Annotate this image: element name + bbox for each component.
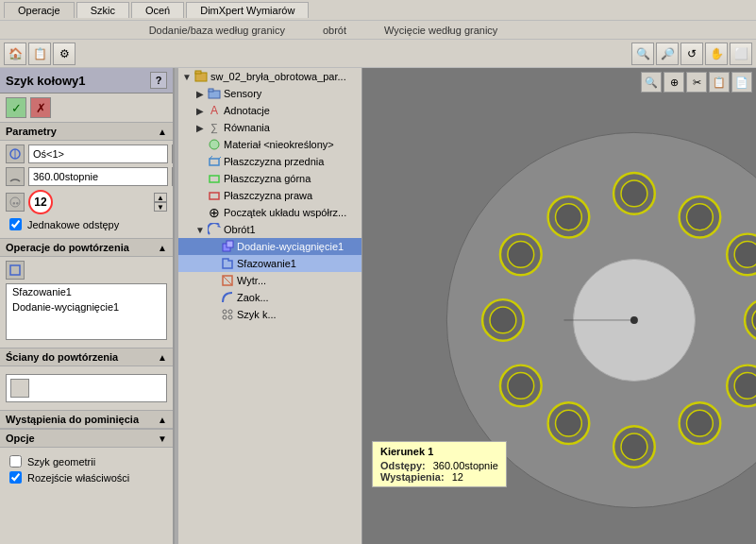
tree-sensory-icon	[207, 86, 222, 101]
tree-item-dodanie[interactable]: Dodanie-wyciągnięcie1	[178, 238, 361, 255]
tab-ocen[interactable]: Oceń	[131, 2, 184, 18]
tb-btn-pan[interactable]: ✋	[705, 42, 728, 65]
tb-btn-5[interactable]: ⬜	[730, 42, 752, 65]
option-rozejscie-checkbox[interactable]	[9, 471, 22, 484]
tb-btn-rotate[interactable]: ↺	[680, 42, 703, 65]
axis-icon	[6, 144, 25, 163]
angle-icon	[6, 167, 25, 186]
ops-icon-row	[6, 261, 167, 280]
svg-point-51	[490, 307, 516, 333]
tree-root-expand[interactable]: ▼	[180, 72, 193, 82]
section-operations[interactable]: Operacje do powtórzenia ▲	[0, 238, 173, 257]
tree-item-szyk[interactable]: Szyk k...	[178, 306, 361, 323]
tree-obrot-expand[interactable]: ▼	[193, 225, 207, 235]
option-szyk-label: Szyk geometrii	[27, 456, 95, 468]
svg-point-37	[734, 242, 756, 268]
panel-header: Szyk kołowy1 ?	[0, 68, 173, 94]
tree-item-material[interactable]: Materiał <nieokreślony>	[178, 136, 361, 153]
tree-item-wytr[interactable]: Wytr...	[178, 272, 361, 289]
tree-pr-label: Płaszczyzna prawa	[224, 190, 312, 201]
count-spin-up[interactable]: ▲	[154, 193, 167, 202]
tooltip-label-1: Wystąpienia:	[380, 471, 445, 483]
svg-rect-10	[210, 159, 219, 165]
section-appearances[interactable]: Wystąpienia do pominięcia ▲	[0, 410, 173, 429]
action-row: ✓ ✗	[0, 94, 173, 122]
tooltip-value-0: 360.00stopnie	[433, 460, 498, 471]
section-faces-label: Ściany do powtórzenia	[6, 351, 118, 363]
tree-pp-icon	[207, 154, 222, 169]
ops-item-dodanie[interactable]: Dodanie-wyciągnięcie1	[7, 299, 166, 314]
svg-rect-13	[210, 176, 219, 182]
tb-btn-zoom[interactable]: 🔍	[631, 42, 654, 65]
tree-material-icon	[207, 137, 222, 152]
tree-obrot-label: Obrót1	[224, 224, 256, 235]
svg-line-20	[223, 276, 232, 285]
tab-dimxpert[interactable]: DimXpert Wymiarów	[186, 2, 309, 18]
tree-item-sfazowanie[interactable]: Sfazowanie1	[178, 255, 361, 272]
tree-adnotacje-expand[interactable]: ▶	[193, 106, 207, 116]
section-operations-label: Operacje do powtórzenia	[6, 242, 129, 253]
tab-szkic[interactable]: Szkic	[76, 2, 129, 18]
angle-input[interactable]	[28, 167, 168, 186]
tree-rownania-label: Równania	[224, 122, 270, 133]
tree-pp-label: Płaszczyzna przednia	[224, 156, 324, 167]
panel-controls: ?	[150, 72, 167, 89]
option-rozejscie-label: Rozejście właściwości	[27, 472, 129, 484]
tree-item-plaszcz-prawa[interactable]: Płaszczyzna prawa	[178, 187, 361, 204]
svg-point-41	[734, 373, 756, 400]
count-row: ●● 12 ▲ ▼	[6, 190, 167, 214]
tree-item-plaszcz-przednia[interactable]: Płaszczyzna przednia	[178, 153, 361, 170]
axis-input[interactable]	[28, 144, 168, 163]
tab-operacje[interactable]: Operacje	[4, 2, 75, 18]
faces-icon	[10, 379, 29, 398]
tree-item-obrot1[interactable]: ▼ Obrót1	[178, 221, 361, 238]
section-options[interactable]: Opcje ▼	[0, 429, 173, 448]
tree-item-poczatek[interactable]: ⊕ Początek układu współrz...	[178, 204, 361, 221]
faces-content	[0, 366, 173, 410]
options-content: Szyk geometrii Rozejście właściwości	[0, 448, 173, 491]
tree-obrot-icon	[207, 222, 222, 237]
equal-spacing-row: Jednakowe odstępy	[6, 218, 167, 230]
section-faces[interactable]: Ściany do powtórzenia ▲	[0, 348, 173, 366]
count-value[interactable]: 12	[28, 190, 53, 214]
cancel-button[interactable]: ✗	[30, 97, 51, 118]
main-layout: Szyk kołowy1 ? ✓ ✗ Parametry ▲ ▲	[0, 68, 756, 544]
svg-rect-8	[209, 89, 213, 92]
tree-root[interactable]: ▼ sw_02_bryła_obrotowa_par...	[178, 68, 361, 85]
tooltip-value-1: 12	[452, 471, 463, 483]
count-spin-down[interactable]: ▼	[154, 202, 167, 212]
tb-btn-1[interactable]: 🏠	[4, 42, 26, 65]
ok-button[interactable]: ✓	[6, 97, 26, 118]
tree-zaok-icon	[220, 290, 235, 305]
svg-point-22	[228, 310, 232, 314]
tree-adnotacje-icon: A	[207, 103, 222, 118]
tree-item-plaszcz-gorna[interactable]: Płaszczyzna górna	[178, 170, 361, 187]
tree-rownania-expand[interactable]: ▶	[193, 123, 207, 133]
svg-rect-6	[195, 71, 201, 74]
svg-point-49	[508, 373, 534, 400]
ops-item-sfazowanie[interactable]: Sfazowanie1	[7, 284, 166, 299]
tooltip-row-1: Wystąpienia: 12	[380, 471, 498, 483]
canvas-area[interactable]: 🔍 ⊕ ✂ 📋 📄	[362, 68, 756, 544]
tree-item-zaok[interactable]: Zaok...	[178, 289, 361, 306]
svg-point-43	[687, 410, 714, 436]
tb-btn-zoom2[interactable]: 🔎	[656, 42, 679, 65]
tree-item-adnotacje[interactable]: ▶ A Adnotacje	[178, 102, 361, 119]
option-szyk-checkbox[interactable]	[9, 455, 22, 468]
option-rozejscie-row: Rozejście właściwości	[6, 471, 167, 484]
tree-item-sensory[interactable]: ▶ Sensory	[178, 85, 361, 102]
parametry-content: ▲ ▼ ▲ ▼ ●● 12	[0, 141, 173, 238]
panel-help-btn[interactable]: ?	[150, 72, 167, 89]
tb-btn-2[interactable]: 📋	[28, 42, 51, 65]
second-toolbar: 🏠 📋 ⚙ 🔍 🔎 ↺ ✋ ⬜	[0, 40, 756, 68]
axis-row: ▲ ▼	[6, 144, 167, 163]
tree-sfaz-label: Sfazowanie1	[237, 258, 296, 269]
equal-spacing-checkbox[interactable]	[9, 218, 22, 230]
left-panel: Szyk kołowy1 ? ✓ ✗ Parametry ▲ ▲	[0, 68, 175, 544]
section-parametry[interactable]: Parametry ▲	[0, 122, 173, 141]
tree-sensory-expand[interactable]: ▶	[193, 89, 207, 99]
svg-point-9	[210, 140, 219, 149]
tb-btn-3[interactable]: ⚙	[53, 42, 76, 65]
tree-item-rownania[interactable]: ▶ ∑ Równania	[178, 119, 361, 136]
tooltip-row-0: Odstępy: 360.00stopnie	[380, 460, 498, 471]
